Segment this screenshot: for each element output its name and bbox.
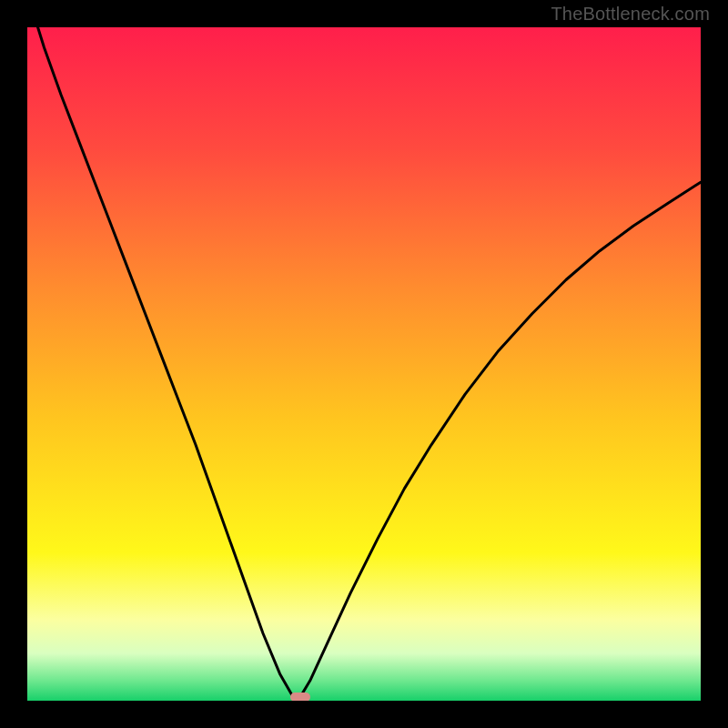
chart-frame: TheBottleneck.com [0, 0, 728, 728]
watermark-text: TheBottleneck.com [551, 4, 710, 25]
plot-area [27, 27, 701, 701]
bottleneck-curve [27, 27, 701, 701]
optimal-marker [290, 693, 310, 701]
